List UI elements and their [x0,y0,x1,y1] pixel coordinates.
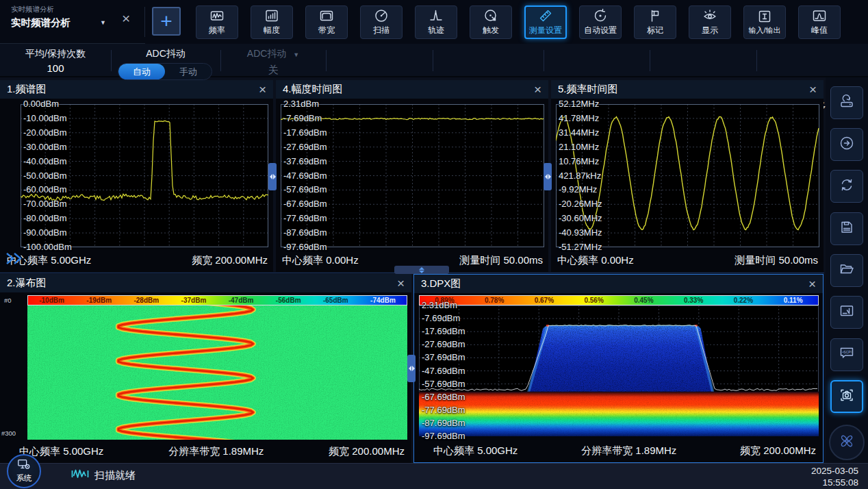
waterfall-plot [27,305,407,440]
colorbar-tick-label: 0.33% [669,296,719,305]
frequency-time-plot [556,104,819,247]
screenshot-icon [839,387,855,406]
avg-hold-count-label: 平均/保持次数 [0,48,111,60]
nav-flower-icon [839,433,855,452]
restore-panel-chevron-icon[interactable] [4,252,26,268]
avg-hold-count-value[interactable]: 100 [0,62,111,74]
last-row-index: #300 [1,429,16,437]
panel-header[interactable]: 5.频率时间图 × [551,80,824,99]
divider [544,50,544,71]
divider [111,50,112,71]
system-button[interactable]: 系统 [7,454,41,488]
rbw-readout: 分辨率带宽 1.89MHz [168,445,264,458]
system-gear-icon [17,459,31,473]
toolbar-button-amplitude[interactable]: 幅度 [251,5,293,39]
panel-header[interactable]: 4.幅度时间图 × [276,80,548,99]
divider [433,50,433,71]
sidebar-button-screenshot[interactable] [830,380,863,413]
panel-title: 4.幅度时间图 [283,83,343,96]
sidebar-button-scpi-console[interactable]: •SCPI [830,338,863,371]
sidebar-button-save[interactable] [830,212,863,245]
center-frequency-readout: 中心频率 0.00Hz [282,254,359,267]
waveform-icon [71,468,89,483]
add-tab-button[interactable]: + [152,7,181,36]
sidebar-button-preset[interactable] [830,86,863,119]
close-icon[interactable]: × [808,277,816,290]
close-icon[interactable]: × [534,83,541,96]
tab-subtitle: 实时频谱分析 [11,5,54,14]
app-tab[interactable]: 实时频谱分析 实时频谱分析 ▼ × [0,0,145,44]
sync-icon [839,177,855,196]
amplitude-time-plot [281,104,544,247]
measure-setup-icon [538,8,553,23]
right-sidebar: •SCPI [826,77,868,463]
panel-title: 3.DPX图 [421,277,461,290]
toolbar-button-autoset[interactable]: 自动设置 [579,5,622,39]
panel-spectrum: 1.频谱图 × 0.00dBm-10.00dBm-20.00dBm-30.00d… [0,80,273,272]
toggle-option-manual[interactable]: 手动 [165,64,212,79]
tab-close-icon[interactable]: × [122,11,130,25]
center-frequency-readout: 中心频率 5.00GHz [433,444,518,457]
amplitude-icon [264,8,279,23]
toolbar-button-bandwidth[interactable]: 带宽 [305,5,348,39]
trace-icon [429,8,444,23]
toolbar-button-frequency[interactable]: 频率 [196,5,238,39]
close-icon[interactable]: × [397,277,405,290]
toggle-option-auto[interactable]: 自动 [118,64,165,79]
toolbar-button-io[interactable]: 输入/输出 [743,5,786,39]
app-window: 实时频谱分析 实时频谱分析 ▼ × + 频率幅度带宽扫描轨迹触发测量设置自动设置… [0,0,868,489]
toolbar-button-label: 输入/输出 [748,25,780,36]
sidebar-button-sync[interactable] [830,170,863,203]
divider [144,7,145,37]
waterfall-colorbar: -10dBm-19dBm-28dBm-37dBm-47dBm-56dBm-65d… [27,295,407,305]
toolbar-button-label: 频率 [209,25,225,36]
sidebar-button-folder-open[interactable] [830,254,863,287]
divider [650,50,650,71]
sidebar-button-nav-flower[interactable] [829,425,865,460]
chevron-down-icon[interactable]: ▼ [100,19,106,26]
colorbar-tick-label: -10dBm [28,296,75,305]
toolbar-button-label: 测量设置 [529,25,562,36]
panel-waterfall: 2.瀑布图 × #0 #300 -10dBm-19dBm-28dBm-37dBm… [0,274,411,463]
panel-header[interactable]: 2.瀑布图 × [0,274,411,292]
horizontal-splitter-handle[interactable] [394,266,449,274]
toolbar-button-measure-setup[interactable]: 测量设置 [524,5,567,39]
span-readout: 频宽 200.00MHz [192,254,268,267]
colorbar-tick-label: 0.78% [470,296,520,305]
toolbar-button-peak[interactable]: 峰值 [798,5,841,39]
run-next-icon [839,135,855,154]
colorbar-tick-label: 0.67% [520,296,570,305]
date-text: 2025-03-05 [811,465,858,477]
panel-header[interactable]: 1.频谱图 × [0,80,273,99]
close-icon[interactable]: × [809,83,817,96]
marker-icon [648,8,663,23]
sidebar-button-run-next[interactable] [830,128,863,161]
system-label: 系统 [16,473,32,484]
toolbar-button-sweep[interactable]: 扫描 [360,5,403,39]
vertical-splitter-handle[interactable] [544,163,552,190]
vertical-splitter-handle[interactable] [268,163,277,190]
toolbar-button-display[interactable]: 显示 [689,5,731,39]
colorbar-tick-label: 0.89% [420,296,470,305]
sweep-status-text: 扫描就绪 [94,469,136,482]
toolbar-button-label: 扫描 [373,25,390,36]
toolbar-button-trace[interactable]: 轨迹 [415,5,457,39]
panel-title: 2.瀑布图 [7,277,47,290]
sidebar-button-window-config[interactable] [830,296,863,329]
vertical-splitter-handle[interactable] [407,355,416,382]
close-icon[interactable]: × [259,83,266,96]
toolbar-button-trigger[interactable]: 触发 [470,5,512,39]
adc-jitter2-value[interactable]: 关 [220,64,326,77]
divider [220,50,221,71]
measure-time-readout: 测量时间 50.00ms [735,254,818,267]
toolbar-button-marker[interactable]: 标记 [634,5,676,39]
scpi-console-icon: •SCPI [839,345,855,364]
panel-header[interactable]: 3.DPX图 × [414,275,823,293]
panel-dpx: 3.DPX图 × 0.89%0.78%0.67%0.56%0.45%0.33%0… [413,274,824,463]
colorbar-tick-label: -28dBm [123,296,170,305]
datetime-readout: 2025-03-05 15:55:08 [811,465,858,488]
colorbar-tick-label: -19dBm [75,296,123,305]
preset-icon [839,93,855,112]
toolbar-button-label: 标记 [647,25,663,36]
span-readout: 频宽 200.00MHz [329,445,405,458]
